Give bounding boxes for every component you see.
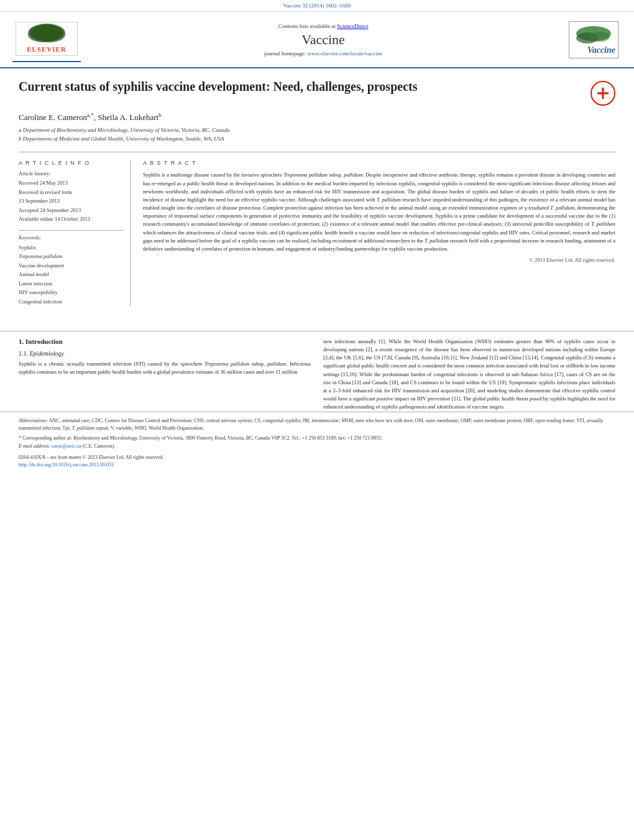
keyword-hiv: HIV susceptibility [19, 288, 124, 297]
journal-header: ELSEVIER Contents lists available at Sci… [0, 12, 634, 68]
journal-center-info: Contents lists available at ScienceDirec… [81, 23, 566, 57]
section-divider [0, 331, 634, 331]
section1-heading: 1. Introduction [19, 338, 311, 345]
keyword-congenital: Congenital infection [19, 297, 124, 306]
email-line: E-mail address: caroc@uvic.ca (C.E. Came… [19, 443, 615, 450]
keywords-section: Keywords: Syphilis Treponema pallidum Va… [19, 230, 124, 306]
section1-text2: new infections annually [1]. While the W… [323, 338, 615, 412]
elsevier-tree-graphic [28, 24, 65, 42]
crossmark-icon [597, 87, 609, 99]
author2-name: Sheila A. Lukehart [98, 113, 158, 122]
contents-line: Contents lists available at ScienceDirec… [81, 23, 566, 29]
elsevier-logo-area: ELSEVIER [12, 17, 81, 62]
abstract-text: Syphilis is a multistage disease caused … [143, 171, 615, 253]
left-column: A R T I C L E I N F O Article history: R… [19, 160, 131, 306]
body-right-column: new infections annually [1]. While the W… [323, 338, 615, 412]
accepted-date: Accepted 24 September 2013 [19, 206, 124, 215]
article-info-heading: A R T I C L E I N F O [19, 160, 124, 166]
crossmark-badge[interactable] [590, 81, 615, 106]
available-date: Available online 14 October 2013 [19, 215, 124, 224]
email-link[interactable]: caroc@uvic.ca [52, 443, 81, 449]
keyword-vaccine: Vaccine development [19, 261, 124, 270]
journal-name: Vaccine [81, 32, 566, 48]
article-title-section: Current status of syphilis vaccine devel… [19, 78, 615, 106]
abbreviations-text: Abbreviations: ANC, antenatal care; CDC,… [19, 417, 615, 433]
revised-label: Received in revised form [19, 188, 124, 197]
section1-sub1: 1.1. Epidemiology [19, 350, 311, 357]
revised-date: 13 September 2013 [19, 197, 124, 206]
author2-sup: b [158, 112, 162, 118]
history-label: Article history: [19, 170, 124, 178]
body-content: 1. Introduction 1.1. Epidemiology Syphil… [0, 338, 634, 412]
article-info-abstract-section: A R T I C L E I N F O Article history: R… [19, 152, 615, 306]
doi-copyright-line: 0264-410X/$ – see front matter © 2013 El… [19, 454, 615, 461]
keyword-tp: Treponema pallidum [19, 252, 124, 261]
article-title: Current status of syphilis vaccine devel… [19, 78, 590, 95]
body-left-column: 1. Introduction 1.1. Epidemiology Syphil… [19, 338, 311, 412]
copyright-notice: © 2013 Elsevier Ltd. All rights reserved… [143, 257, 615, 263]
corresponding-author-text: * Corresponding author at: Biochemistry … [19, 435, 615, 442]
author1-sup: a,* [87, 112, 94, 118]
affiliations: a Department of Biochemistry and Microbi… [19, 126, 615, 143]
elsevier-name: ELSEVIER [27, 45, 67, 53]
doi-link-line: http://dx.doi.org/10.1016/j.vaccine.2013… [19, 461, 615, 469]
received-date: Received 24 May 2013 [19, 179, 124, 188]
section1-text1: Syphilis is a chronic sexually transmitt… [19, 360, 311, 376]
main-content: Current status of syphilis vaccine devel… [0, 68, 634, 325]
authors-line: Caroline E. Camerona,*, Sheila A. Lukeha… [19, 112, 615, 122]
homepage-link[interactable]: www.elsevier.com/locate/vaccine [308, 50, 382, 57]
right-column: A B S T R A C T Syphilis is a multistage… [143, 160, 615, 306]
footnote-section: Abbreviations: ANC, antenatal care; CDC,… [0, 412, 634, 474]
homepage-line: journal homepage: www.elsevier.com/locat… [81, 50, 566, 57]
doi-link[interactable]: http://dx.doi.org/10.1016/j.vaccine.2013… [19, 462, 114, 468]
keywords-title: Keywords: [19, 234, 124, 241]
affiliation-a: a Department of Biochemistry and Microbi… [19, 126, 615, 135]
affiliation-b: b Departments of Medicine and Global Hea… [19, 135, 615, 144]
author1-name: Caroline E. Cameron [19, 113, 87, 122]
volume-info: Vaccine 32 (2014) 1602–1609 [0, 0, 634, 12]
abstract-heading: A B S T R A C T [143, 160, 615, 166]
vaccine-logo-box: Vaccine [569, 21, 618, 58]
article-info-content: Article history: Received 24 May 2013 Re… [19, 170, 124, 224]
keyword-latent: Latent infection [19, 279, 124, 288]
elsevier-box: ELSEVIER [16, 22, 78, 56]
vaccine-logo-area: Vaccine [566, 21, 622, 58]
keyword-syphilis: Syphilis [19, 243, 124, 252]
keyword-animal: Animal model [19, 270, 124, 279]
sciencedirect-link[interactable]: ScienceDirect [337, 23, 368, 29]
vaccine-logo-text: Vaccine [587, 45, 615, 55]
svg-point-2 [590, 32, 610, 42]
volume-text: Vaccine 32 (2014) 1602–1609 [283, 2, 351, 9]
